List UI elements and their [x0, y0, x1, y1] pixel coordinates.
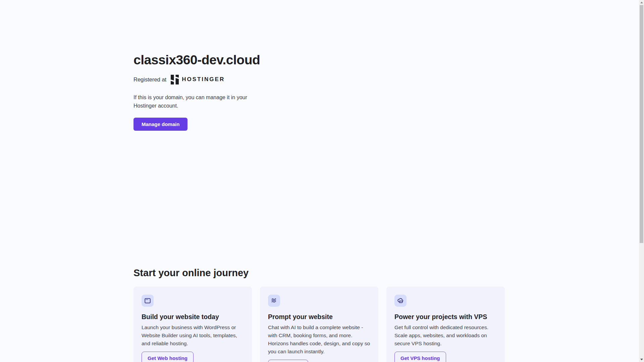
card-vps-hosting: Power your projects with VPS Get full co… [386, 287, 505, 362]
hostinger-wordmark: HOSTINGER [182, 76, 225, 83]
parked-domain-page: classix360-dev.cloud Registered at HOSTI… [0, 0, 644, 362]
journey-heading: Start your online journey [133, 267, 644, 279]
scrollbar-up-arrow-icon[interactable] [640, 2, 643, 3]
card-web-hosting: Build your website today Launch your bus… [133, 287, 252, 362]
get-vps-hosting-button[interactable]: Get VPS hosting [394, 352, 446, 362]
card-body: Launch your business with WordPress or W… [142, 323, 244, 348]
browser-window-icon [144, 297, 151, 304]
hostinger-logo[interactable]: HOSTINGER [171, 75, 225, 84]
registered-row: Registered at HOSTINGER [133, 74, 644, 84]
manage-domain-button[interactable]: Manage domain [133, 118, 187, 131]
icon-tile [142, 295, 154, 307]
scrollbar-track[interactable] [639, 0, 644, 362]
get-horizons-button[interactable] [268, 360, 308, 362]
card-body: Get full control with dedicated resource… [394, 323, 497, 348]
icon-tile [268, 295, 280, 307]
card-title: Prompt your website [268, 313, 370, 321]
domain-title: classix360-dev.cloud [133, 0, 644, 68]
hostinger-logo-icon [171, 75, 179, 84]
card-prompt-website: Prompt your website Chat with AI to buil… [260, 287, 378, 362]
offer-cards: Build your website today Launch your bus… [133, 287, 644, 362]
get-web-hosting-button[interactable]: Get Web hosting [142, 352, 194, 362]
cloud-server-icon [397, 297, 404, 304]
scrollbar-down-arrow-icon[interactable] [640, 359, 643, 360]
card-title: Build your website today [142, 313, 244, 321]
icon-tile [394, 295, 407, 307]
domain-description: If this is your domain, you can manage i… [133, 94, 254, 110]
card-title: Power your projects with VPS [394, 313, 497, 321]
registered-at-label: Registered at [133, 76, 166, 83]
card-body: Chat with AI to build a complete website… [268, 323, 370, 356]
scrollbar-thumb[interactable] [640, 5, 643, 243]
ai-waves-icon [270, 297, 278, 304]
